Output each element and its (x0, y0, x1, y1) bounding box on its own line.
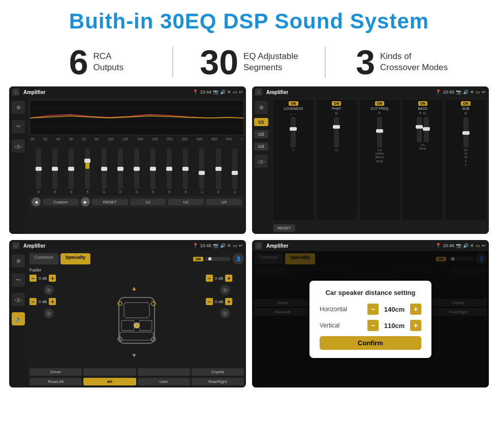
left-top-plus[interactable]: + (49, 275, 56, 282)
loudness-slider[interactable] (291, 117, 296, 147)
vertical-row: Vertical − 110cm + (320, 320, 421, 331)
back-icon[interactable]: ↩ (239, 89, 243, 95)
eq-freq-labels: 2532405063 80100125160200 25032040050063… (29, 137, 244, 141)
crossover-filter-btn[interactable]: ⚙ (255, 101, 268, 114)
fader-on-badge: ON (193, 257, 204, 261)
left-bottom-minus[interactable]: − (29, 298, 37, 305)
eq-slider-7[interactable]: 0 (134, 148, 139, 194)
eq-prev-btn[interactable]: ◀ (32, 197, 41, 206)
home-icon-4[interactable]: ⌂ (255, 242, 262, 249)
eq-filters-btn[interactable]: ⚙ (12, 101, 25, 114)
fader-label: Fader (29, 267, 244, 273)
eq-slider-3[interactable]: 0 (69, 148, 74, 194)
loudness-on[interactable]: ON (289, 101, 298, 106)
bass-label: BASS (418, 107, 427, 110)
status-bar-3: ⌂ Amplifier 📍 10:46 📷 🔊 ✕ ▭ ↩ (9, 240, 246, 251)
eq-preset-label: Custom (43, 199, 79, 205)
eq-reset-btn[interactable]: RESET (92, 199, 128, 205)
confirm-button[interactable]: Confirm (320, 336, 421, 350)
bass-slider-g[interactable] (424, 117, 429, 142)
tab-common[interactable]: Common (29, 253, 58, 264)
fader-slider[interactable] (205, 257, 231, 261)
speaker-wave-btn[interactable]: 〜 (12, 274, 25, 287)
bass-on[interactable]: ON (418, 101, 428, 106)
eq-wave-btn[interactable]: 〜 (12, 120, 25, 133)
battery-icon-4: ▭ (476, 243, 480, 248)
eq-slider-8[interactable]: 0 (150, 148, 155, 194)
all-btn[interactable]: All (83, 378, 136, 385)
home-icon-3[interactable]: ⌂ (12, 242, 19, 249)
eq-slider-6[interactable]: 0 (118, 148, 123, 194)
speaker-vol-btn[interactable]: ◁▷ (12, 293, 25, 306)
status-icons-1: 📍 10:44 📷 🔊 ✕ ▭ ↩ (193, 89, 243, 95)
time-3: 10:46 (200, 243, 211, 248)
time-2: 10:45 (443, 89, 454, 95)
eq-slider-10[interactable]: 0 (183, 148, 188, 194)
home-icon[interactable]: ⌂ (12, 88, 19, 96)
right-top-plus[interactable]: + (225, 275, 232, 282)
eq-u2-btn[interactable]: U2 (168, 199, 204, 205)
phat-on[interactable]: ON (332, 101, 341, 106)
stat-rca-text: RCAOutputs (93, 51, 123, 73)
speaker-bottom-btns: Driver Copilot (29, 368, 244, 376)
bass-slider-f[interactable] (417, 117, 422, 142)
rearright-btn[interactable]: RearRight (192, 378, 244, 385)
speaker-bottom-btns2: RearLeft All User RearRight (29, 378, 244, 385)
speaker-main: Common Specialty ON 👤 Fader − 0 dB (27, 251, 246, 387)
crossover-vol-btn[interactable]: ◁▷ (255, 155, 268, 168)
camera-icon-2: 📷 (456, 89, 461, 95)
eq-slider-9[interactable]: 0 (167, 148, 172, 194)
u1-side-btn[interactable]: U1 (254, 118, 268, 126)
cutfreq-slider[interactable] (377, 117, 382, 147)
eq-slider-5[interactable]: 0 (102, 148, 107, 194)
eq-next-btn[interactable]: ▶ (81, 197, 90, 206)
back-icon-2[interactable]: ↩ (482, 89, 486, 95)
svg-rect-4 (124, 303, 149, 318)
volume-icon-4: 🔊 (463, 243, 469, 248)
cutfreq-on[interactable]: ON (375, 101, 385, 106)
driver-btn[interactable]: Driver (29, 368, 82, 376)
u2-side-btn[interactable]: U2 (254, 130, 268, 138)
loudness-label: LOUDNESS (284, 107, 303, 110)
home-icon-2[interactable]: ⌂ (255, 88, 262, 96)
right-bottom-value: 0 dB (215, 300, 223, 304)
loudness-scale: 0 (293, 148, 294, 152)
right-bottom-minus[interactable]: − (206, 298, 213, 305)
speaker-speaker-btn[interactable]: 🔈 (12, 312, 25, 325)
eq-slider-4[interactable]: 5 (85, 148, 90, 194)
speaker-filter-btn[interactable]: ⚙ (12, 254, 25, 267)
eq-slider-12[interactable]: 0 (216, 148, 221, 194)
svg-text:▲: ▲ (131, 285, 137, 292)
left-top-minus[interactable]: − (29, 275, 37, 282)
sub-slider[interactable] (463, 117, 469, 147)
eq-slider-13[interactable]: -1 (232, 148, 237, 194)
module-phat: ON PHAT G 64 (317, 100, 357, 220)
vertical-plus[interactable]: + (410, 320, 421, 331)
battery-icon: ▭ (233, 89, 237, 95)
right-top-minus[interactable]: − (206, 275, 213, 282)
eq-u3-btn[interactable]: U3 (206, 199, 242, 205)
eq-slider-1[interactable]: 0 (36, 148, 41, 194)
sub-on[interactable]: ON (461, 101, 471, 106)
rearleft-btn[interactable]: RearLeft (29, 378, 82, 385)
horizontal-value: 140cm (382, 306, 407, 313)
right-bottom-plus[interactable]: + (225, 298, 232, 305)
crossover-reset-btn[interactable]: RESET (273, 224, 295, 232)
user-btn[interactable]: User (138, 378, 190, 385)
eq-u1-btn[interactable]: U1 (130, 199, 166, 205)
horizontal-plus[interactable]: + (410, 304, 421, 315)
tab-specialty[interactable]: Specialty (60, 253, 91, 264)
module-sub: ON SUB G 20151050 (446, 100, 486, 220)
eq-volume-btn[interactable]: ◁▷ (12, 139, 25, 153)
u3-side-btn[interactable]: U3 (254, 142, 268, 151)
vertical-control: − 110cm + (367, 320, 421, 331)
horizontal-minus[interactable]: − (367, 304, 379, 315)
copilot-btn[interactable]: Copilot (192, 368, 244, 376)
vertical-minus[interactable]: − (367, 320, 379, 331)
phat-slider[interactable] (334, 117, 339, 147)
back-icon-3[interactable]: ↩ (239, 243, 243, 248)
eq-slider-2[interactable]: 0 (52, 148, 57, 194)
left-bottom-plus[interactable]: + (49, 298, 56, 305)
eq-slider-11[interactable]: -1 (199, 148, 204, 194)
back-icon-4[interactable]: ↩ (482, 243, 486, 248)
